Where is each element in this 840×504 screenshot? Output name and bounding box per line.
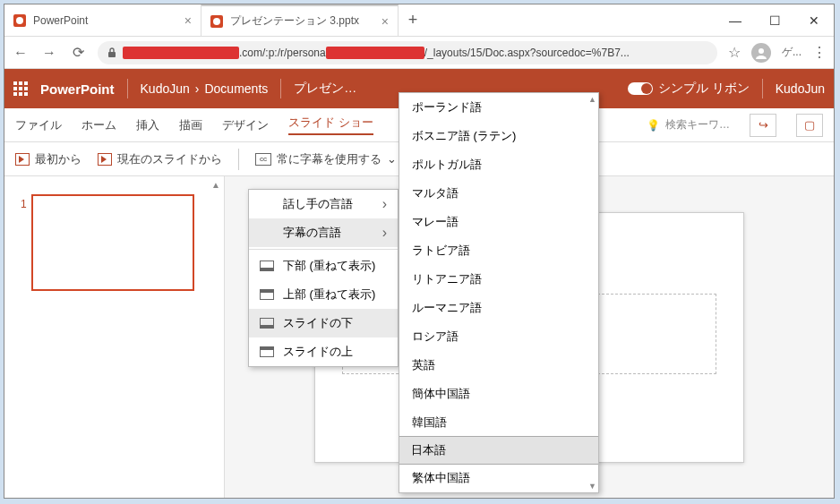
cc-icon: cc bbox=[255, 153, 271, 166]
menu-icon[interactable]: ⋮ bbox=[812, 44, 827, 61]
powerpoint-icon bbox=[210, 15, 223, 28]
play-icon bbox=[98, 153, 112, 166]
menu-item[interactable]: 上部 (重ねて表示) bbox=[249, 280, 398, 309]
document-name[interactable]: プレゼン… bbox=[294, 81, 356, 97]
position-icon bbox=[260, 346, 274, 357]
tab-design[interactable]: デザイン bbox=[222, 117, 269, 133]
redacted-bar bbox=[123, 47, 239, 59]
slide-number: 1 bbox=[21, 198, 27, 210]
profile-label: ゲ... bbox=[782, 45, 801, 60]
always-subtitle-button[interactable]: cc 常に字幕を使用する ⌄ bbox=[255, 151, 397, 167]
separator bbox=[238, 149, 239, 170]
powerpoint-icon bbox=[13, 14, 26, 27]
chevron-down-icon: ⌄ bbox=[387, 152, 397, 166]
position-icon bbox=[260, 261, 274, 271]
language-item[interactable]: ポルトガル語 bbox=[399, 150, 598, 179]
language-item[interactable]: ルーマニア語 bbox=[399, 294, 598, 322]
language-item[interactable]: 日本語 bbox=[399, 436, 599, 465]
language-menu: ▲ ▼ ポーランド語ボスニア語 (ラテン)ポルトガル語マルタ語マレー語ラトビア語… bbox=[399, 92, 599, 493]
menu-item[interactable]: スライドの下 bbox=[249, 309, 398, 337]
tab-slideshow[interactable]: スライド ショー bbox=[288, 115, 373, 135]
scroll-up-icon[interactable]: ▲ bbox=[211, 180, 220, 190]
thumbnail-pane[interactable]: ▲ 1 bbox=[4, 176, 225, 498]
language-item[interactable]: ボスニア語 (ラテン) bbox=[399, 122, 598, 150]
close-button[interactable]: ✕ bbox=[794, 4, 834, 36]
app-launcher-icon[interactable] bbox=[13, 81, 28, 96]
new-tab-button[interactable]: + bbox=[399, 4, 427, 36]
separator bbox=[127, 79, 128, 98]
language-item[interactable]: リトアニア語 bbox=[399, 265, 598, 294]
from-current-button[interactable]: 現在のスライドから bbox=[98, 151, 222, 167]
tab-title: PowerPoint bbox=[33, 14, 88, 27]
ribbon-toggle[interactable]: シンプル リボン bbox=[628, 81, 750, 97]
browser-tab-1[interactable]: プレゼンテーション 3.pptx × bbox=[201, 4, 399, 36]
tab-title: プレゼンテーション 3.pptx bbox=[230, 13, 359, 29]
star-icon[interactable]: ☆ bbox=[728, 44, 741, 61]
language-item[interactable]: 韓国語 bbox=[399, 408, 598, 437]
language-item[interactable]: 英語 bbox=[399, 351, 598, 380]
url-field[interactable]: .com/:p:/r/persona /_layouts/15/Doc.aspx… bbox=[98, 41, 717, 64]
position-icon bbox=[260, 318, 274, 329]
separator bbox=[280, 79, 281, 98]
breadcrumb[interactable]: KudoJun › Documents bbox=[141, 81, 269, 96]
subtitle-menu: 話し手の言語字幕の言語下部 (重ねて表示)上部 (重ねて表示)スライドの下スライ… bbox=[248, 189, 399, 367]
user-label[interactable]: KudoJun bbox=[776, 81, 825, 96]
url-text: .com/:p:/r/persona bbox=[239, 47, 326, 59]
scroll-down-icon[interactable]: ▼ bbox=[588, 482, 596, 491]
minimize-button[interactable]: — bbox=[716, 4, 755, 36]
language-item[interactable]: マルタ語 bbox=[399, 179, 598, 208]
toggle-switch-icon bbox=[628, 82, 653, 95]
comments-button[interactable]: ▢ bbox=[796, 114, 823, 137]
browser-tab-0[interactable]: PowerPoint × bbox=[4, 4, 201, 36]
brand-label[interactable]: PowerPoint bbox=[40, 81, 115, 97]
from-beginning-button[interactable]: 最初から bbox=[15, 151, 81, 167]
separator bbox=[762, 79, 763, 98]
back-button[interactable]: ← bbox=[12, 45, 30, 61]
language-item[interactable]: 繁体中国語 bbox=[399, 464, 598, 492]
browser-window: PowerPoint × プレゼンテーション 3.pptx × + — ☐ ✕ … bbox=[4, 4, 835, 499]
language-item[interactable]: マレー語 bbox=[399, 208, 598, 236]
address-bar: ← → ⟳ .com/:p:/r/persona /_layouts/15/Do… bbox=[4, 37, 834, 69]
maximize-button[interactable]: ☐ bbox=[755, 4, 794, 36]
svg-rect-2 bbox=[108, 52, 116, 57]
language-item[interactable]: ロシア語 bbox=[399, 322, 598, 351]
svg-point-1 bbox=[213, 18, 220, 25]
redacted-bar bbox=[326, 47, 424, 59]
close-icon[interactable]: × bbox=[184, 13, 192, 28]
slide-thumbnail-1[interactable] bbox=[31, 194, 194, 291]
forward-button[interactable]: → bbox=[40, 45, 58, 61]
share-button[interactable]: ↪ bbox=[750, 114, 776, 137]
lightbulb-icon: 💡 bbox=[647, 119, 660, 132]
tab-draw[interactable]: 描画 bbox=[179, 117, 202, 133]
language-item[interactable]: 簡体中国語 bbox=[399, 380, 598, 408]
menu-item[interactable]: 字幕の言語 bbox=[249, 218, 398, 247]
language-item[interactable]: ポーランド語 bbox=[399, 93, 598, 122]
tab-insert[interactable]: 挿入 bbox=[136, 117, 159, 133]
play-icon bbox=[15, 153, 30, 166]
menu-item[interactable]: 下部 (重ねて表示) bbox=[249, 252, 398, 280]
language-item[interactable]: ラトビア語 bbox=[399, 236, 598, 265]
menu-item[interactable]: 話し手の言語 bbox=[249, 190, 398, 218]
url-text: /_layouts/15/Doc.aspx?sourcedoc=%7B7... bbox=[424, 47, 630, 59]
search-box[interactable]: 💡 検索キーワ… bbox=[647, 117, 730, 132]
lock-icon bbox=[107, 47, 117, 58]
tab-home[interactable]: ホーム bbox=[81, 117, 116, 133]
menu-item[interactable]: スライドの上 bbox=[249, 337, 398, 366]
scroll-up-icon[interactable]: ▲ bbox=[588, 95, 596, 104]
window-controls: — ☐ ✕ bbox=[716, 4, 834, 36]
titlebar: PowerPoint × プレゼンテーション 3.pptx × + — ☐ ✕ bbox=[4, 4, 834, 37]
position-icon bbox=[260, 289, 274, 300]
tab-file[interactable]: ファイル bbox=[15, 117, 62, 133]
reload-button[interactable]: ⟳ bbox=[69, 44, 87, 61]
address-actions: ☆ ゲ... ⋮ bbox=[728, 43, 827, 63]
close-icon[interactable]: × bbox=[381, 14, 389, 29]
profile-avatar[interactable] bbox=[751, 43, 771, 63]
chevron-right-icon: › bbox=[195, 81, 200, 96]
svg-point-3 bbox=[759, 48, 764, 54]
svg-point-0 bbox=[16, 17, 23, 24]
